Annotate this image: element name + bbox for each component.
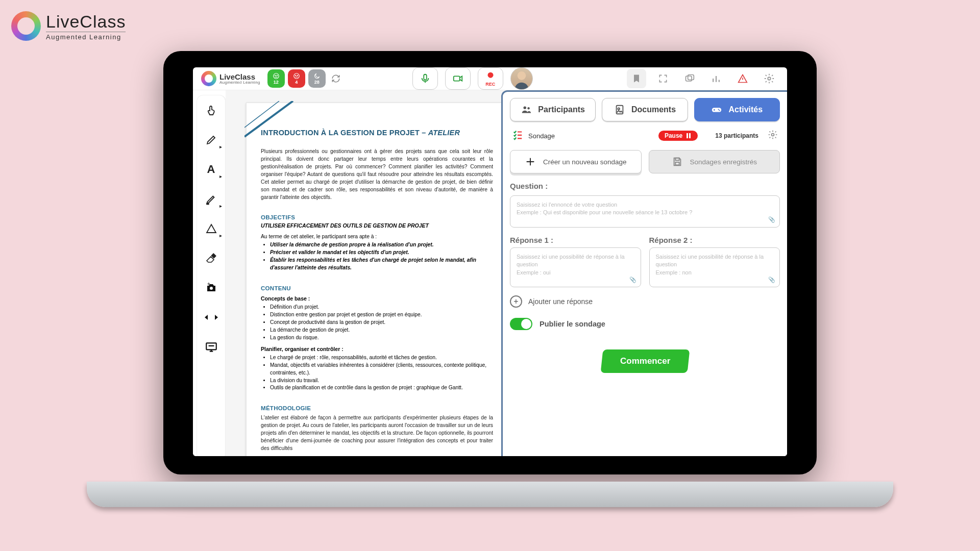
camera-button[interactable] (445, 67, 471, 90)
start-button[interactable]: Commencer (600, 349, 690, 373)
doc-h-methodo: MÉTHODOLOGIE (261, 405, 493, 411)
document: INTRODUCTION À LA GESTION DE PROJET – AT… (246, 103, 511, 456)
svg-point-24 (718, 109, 719, 110)
sondage-settings-button[interactable] (768, 130, 778, 142)
mic-icon (420, 73, 431, 84)
create-sondage-button[interactable]: Créer un nouveau sondage (510, 150, 642, 173)
attachment-icon[interactable]: 📎 (768, 216, 775, 223)
answer1-input[interactable]: Saisissez ici une possibilité de réponse… (510, 247, 641, 287)
tool-shape[interactable]: ▸ (203, 220, 220, 237)
center-controls: REC (412, 67, 533, 90)
workspace: ▸ A▸ ▸ ▸ + INTRODUCTION À LA GESTIO (193, 90, 787, 456)
tool-highlighter[interactable]: ▸ (203, 190, 220, 208)
brand-name: LiveClass (46, 12, 126, 32)
bar-chart-icon (711, 73, 721, 84)
tab-participants[interactable]: Participants (510, 98, 596, 121)
doc-subline: UTILISER EFFICACEMENT DES OUTILS DE GEST… (261, 222, 493, 229)
save-icon (672, 156, 683, 167)
tool-screenshot[interactable]: + (203, 279, 220, 296)
list-check-icon (512, 129, 523, 142)
svg-rect-7 (453, 76, 459, 81)
svg-rect-11 (688, 75, 694, 80)
refresh-icon (331, 74, 340, 83)
answers-row: Réponse 1 : Saisissez ici une possibilit… (510, 233, 780, 287)
settings-button[interactable] (760, 69, 779, 88)
board-icon (205, 340, 218, 354)
saved-sondages-button[interactable]: Sondages enregistrés (649, 150, 780, 173)
svg-rect-6 (424, 74, 427, 80)
tool-text[interactable]: A▸ (203, 161, 220, 178)
layout-button[interactable] (680, 69, 699, 88)
record-button[interactable]: REC (478, 67, 503, 90)
svg-point-2 (277, 75, 277, 76)
tool-pointer[interactable] (203, 102, 220, 119)
status-count: 12 (274, 80, 279, 85)
svg-point-22 (618, 108, 620, 110)
svg-point-5 (297, 75, 298, 76)
tab-documents[interactable]: Documents (602, 98, 688, 121)
mic-button[interactable] (412, 67, 438, 90)
chevron-right-icon: ▸ (219, 233, 222, 238)
fullscreen-button[interactable] (653, 69, 673, 88)
video-icon (452, 73, 463, 84)
alert-button[interactable] (733, 69, 752, 88)
frown-icon (293, 72, 300, 80)
publish-toggle[interactable] (510, 318, 532, 330)
doc-intro: Plusieurs professionnels ou gestionnaire… (261, 148, 493, 201)
bookmark-button[interactable] (627, 69, 646, 88)
doc-plan-list: Le chargé de projet : rôle, responsabili… (270, 354, 493, 392)
plus-icon (525, 156, 536, 167)
fullscreen-icon (658, 73, 668, 84)
pen-icon (205, 134, 217, 146)
eraser-icon (205, 252, 217, 264)
bookmark-icon (631, 73, 642, 84)
topbar: LiveClass Augmented Learning 12 4 28 (193, 67, 787, 90)
answer2-input[interactable]: Saisissez ici une possibilité de réponse… (649, 247, 780, 287)
tab-activities[interactable]: Activités (694, 98, 780, 121)
add-answer-button[interactable]: + Ajouter une réponse (510, 295, 780, 308)
tool-undo-redo[interactable] (203, 309, 220, 326)
tool-board[interactable] (203, 338, 220, 356)
tool-eraser[interactable] (203, 249, 220, 267)
status-count: 4 (295, 80, 298, 85)
status-pill-away[interactable]: 28 (308, 69, 326, 88)
brand-tagline: Augmented Learning (46, 32, 126, 41)
doc-plan-head: Planifier, organiser et contrôler : (261, 346, 493, 352)
sondage-label: Sondage (528, 132, 653, 140)
doc-lead-in: Au terme de cet atelier, le participant … (261, 234, 493, 239)
laptop-base (87, 482, 893, 507)
svg-point-9 (517, 71, 526, 80)
document-icon (614, 104, 625, 115)
app-viewport: LiveClass Augmented Learning 12 4 28 (193, 67, 787, 456)
publish-label: Publier le sondage (540, 320, 605, 328)
svg-point-4 (295, 75, 296, 76)
attachment-icon[interactable]: 📎 (629, 276, 636, 284)
side-panel: Participants Documents Activités (501, 90, 787, 456)
sondage-options: Créer un nouveau sondage Sondages enregi… (510, 150, 780, 173)
inner-brand: LiveClass Augmented Learning (201, 71, 260, 86)
svg-point-8 (487, 72, 493, 78)
publish-row: Publier le sondage (510, 318, 780, 330)
answer2-label: Réponse 2 : (649, 236, 780, 244)
question-input[interactable]: Saisissez ici l'ennoncé de votre questio… (510, 195, 780, 228)
laptop-mock: LiveClass Augmented Learning 12 4 28 (143, 51, 837, 520)
pause-badge[interactable]: Pause (658, 131, 698, 141)
logo-icon (201, 71, 216, 86)
undo-redo-icon (204, 313, 219, 322)
user-avatar[interactable] (510, 67, 533, 90)
tool-pen[interactable]: ▸ (203, 131, 220, 148)
triangle-icon (205, 222, 217, 235)
svg-point-20 (528, 107, 530, 109)
stats-button[interactable] (706, 69, 726, 88)
status-pill-sad[interactable]: 4 (288, 69, 305, 88)
svg-rect-10 (686, 76, 692, 81)
pause-icon (687, 133, 691, 138)
status-pill-happy[interactable]: 12 (267, 69, 285, 88)
record-icon (485, 70, 496, 82)
svg-rect-16 (206, 343, 216, 349)
right-controls (627, 69, 779, 88)
attachment-icon[interactable]: 📎 (768, 276, 775, 284)
svg-rect-28 (675, 162, 679, 165)
refresh-button[interactable] (329, 71, 343, 86)
svg-point-19 (524, 107, 527, 110)
